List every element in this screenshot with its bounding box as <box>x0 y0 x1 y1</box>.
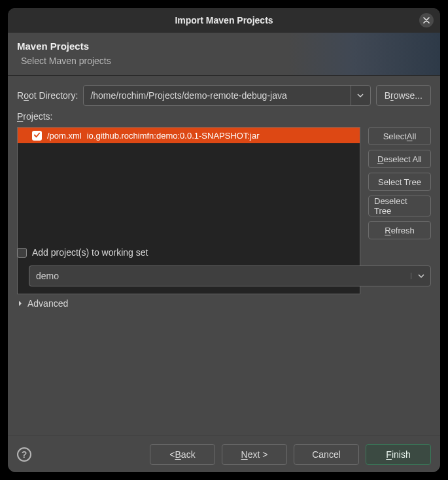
root-directory-dropdown[interactable] <box>351 86 370 105</box>
advanced-toggle[interactable]: Advanced <box>17 298 431 309</box>
check-icon <box>33 131 41 141</box>
help-icon: ? <box>22 449 27 460</box>
root-directory-row: Root Directory: Browse... <box>17 85 431 106</box>
wizard-body: Root Directory: Browse... Projects: <box>8 76 440 436</box>
advanced-label: Advanced <box>27 298 68 309</box>
import-dialog: Import Maven Projects Maven Projects Sel… <box>8 8 440 472</box>
refresh-button[interactable]: Refresh <box>368 221 431 239</box>
window-title: Import Maven Projects <box>175 15 273 26</box>
root-directory-input[interactable] <box>84 86 350 105</box>
chevron-down-icon <box>357 92 364 99</box>
browse-button[interactable]: Browse... <box>376 85 431 106</box>
projects-label: Projects: <box>17 111 431 122</box>
deselect-all-button[interactable]: Deselect All <box>368 150 431 168</box>
select-tree-button[interactable]: Select Tree <box>368 173 431 191</box>
next-button[interactable]: Next > <box>222 444 287 465</box>
project-item[interactable]: /pom.xml io.github.rochimfn:demo:0.0.1-S… <box>18 128 360 143</box>
workingset-dropdown[interactable] <box>411 273 430 279</box>
project-artifact: io.github.rochimfn:demo:0.0.1-SNAPSHOT:j… <box>87 131 260 141</box>
chevron-down-icon <box>418 273 424 279</box>
project-path: /pom.xml <box>47 131 82 141</box>
root-directory-label: Root Directory: <box>17 90 78 101</box>
close-button[interactable] <box>419 13 434 27</box>
deselect-tree-button[interactable]: Deselect Tree <box>368 196 431 216</box>
select-all-button[interactable]: Select All <box>368 127 431 145</box>
workingset-value: demo <box>29 271 411 281</box>
titlebar: Import Maven Projects <box>8 8 440 33</box>
close-icon <box>423 15 430 26</box>
root-directory-combo[interactable] <box>83 85 370 106</box>
help-button[interactable]: ? <box>17 447 31 462</box>
chevron-right-icon <box>17 300 24 307</box>
wizard-title: Maven Projects <box>17 41 431 52</box>
cancel-button[interactable]: Cancel <box>294 444 359 465</box>
spacer <box>17 314 431 426</box>
workingset-select[interactable]: demo <box>29 266 431 286</box>
wizard-subtitle: Select Maven projects <box>21 56 431 66</box>
back-button[interactable]: < Back <box>150 444 215 465</box>
wizard-header: Maven Projects Select Maven projects <box>8 33 440 76</box>
projects-area: /pom.xml io.github.rochimfn:demo:0.0.1-S… <box>17 127 431 239</box>
side-buttons: Select All Deselect All Select Tree Dese… <box>368 127 431 239</box>
wizard-footer: ? < Back Next > Cancel Finish <box>8 436 440 472</box>
finish-button[interactable]: Finish <box>366 444 431 465</box>
workingset-checkbox[interactable] <box>17 248 27 258</box>
workingset-label: Add project(s) to working set <box>32 247 148 258</box>
project-checkbox[interactable] <box>32 131 42 141</box>
workingset-row: Add project(s) to working set <box>17 247 431 258</box>
